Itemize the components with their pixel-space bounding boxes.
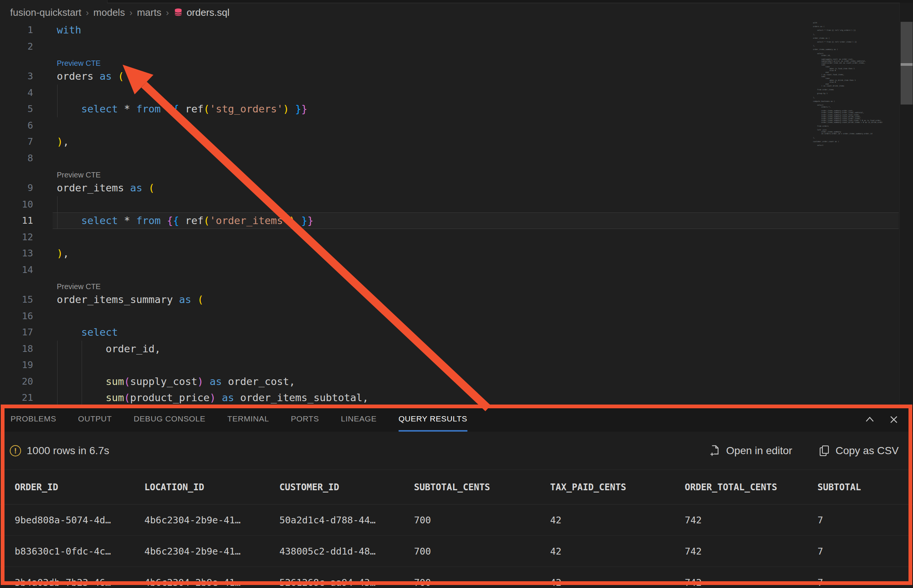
code-text: sum(supply_cost) as order_cost, (57, 376, 295, 387)
column-header-order_total_cents[interactable]: ORDER_TOTAL_CENTS (685, 482, 818, 493)
column-header-location_id[interactable]: LOCATION_ID (144, 482, 280, 493)
code-lines: 1with2Preview CTE3orders as (45select * … (0, 22, 913, 406)
table-cell: 438005c2-dd1d-48… (280, 546, 414, 557)
preview-cte-codelens[interactable]: Preview CTE (57, 282, 101, 291)
line-number: 9 (0, 183, 33, 193)
panel-tab-terminal[interactable]: TERMINAL (227, 407, 269, 431)
table-cell: 42 (550, 515, 685, 526)
table-cell: 700 (414, 577, 550, 588)
table-row[interactable]: 9bed808a-5074-4d…4b6c2304-2b9e-41…50a2d1… (0, 504, 913, 536)
cursor-position-marker (901, 63, 913, 66)
breadcrumb-separator: › (86, 8, 89, 18)
copy-as-csv-button[interactable]: Copy as CSV (819, 445, 899, 457)
table-cell: 4b6c2304-2b9e-41… (144, 546, 280, 557)
code-text: orders as ( (57, 70, 124, 82)
preview-cte-codelens[interactable]: Preview CTE (57, 59, 101, 68)
code-line: 12 (0, 229, 913, 246)
column-header-customer_id[interactable]: CUSTOMER_ID (280, 482, 414, 493)
line-number: 7 (0, 136, 33, 147)
breadcrumb-item[interactable]: marts (137, 7, 161, 18)
panel-controls (864, 407, 900, 431)
column-header-tax_paid_cents[interactable]: TAX_PAID_CENTS (550, 482, 685, 493)
code-line: 19 (0, 357, 913, 373)
line-number: 17 (0, 327, 33, 338)
indent-guide (57, 357, 58, 373)
table-row[interactable]: 3b4a03db-7b23-46…4b6c2304-2b9e-41…526126… (0, 567, 913, 588)
table-cell: 4b6c2304-2b9e-41… (144, 577, 280, 588)
preview-cte-codelens[interactable]: Preview CTE (57, 171, 101, 179)
result-actions: Open in editorCopy as CSV (709, 445, 899, 457)
code-line: 3orders as ( (0, 68, 913, 85)
line-number: 2 (0, 41, 33, 52)
minimap-code: with orders as ( select * from {{ ref('s… (813, 22, 900, 146)
breadcrumb-separator: › (166, 8, 169, 18)
code-line: 11select * from {{ ref('order_items') }} (0, 212, 913, 229)
active-tab-edge (0, 0, 108, 3)
row-count-text: 1000 rows in 6.7s (27, 445, 109, 457)
line-number: 11 (0, 215, 33, 226)
code-text: order_items as ( (57, 182, 155, 194)
code-line: 1with (0, 22, 913, 38)
code-line: 9order_items as ( (0, 180, 913, 196)
panel-tab-debug-console[interactable]: DEBUG CONSOLE (134, 407, 205, 431)
codelens-row: Preview CTE (0, 278, 913, 291)
panel-tab-problems[interactable]: PROBLEMS (11, 407, 57, 431)
code-line: 14 (0, 262, 913, 278)
code-text: select * from {{ ref('stg_orders') }} (57, 103, 308, 115)
line-number: 13 (0, 248, 33, 258)
code-line: 6 (0, 117, 913, 134)
table-cell: 7 (818, 577, 913, 588)
code-text: order_id, (57, 343, 160, 355)
panel-tab-ports[interactable]: PORTS (291, 407, 319, 431)
codelens-row: Preview CTE (0, 166, 913, 180)
panel-tab-output[interactable]: OUTPUT (78, 407, 112, 431)
column-header-subtotal_cents[interactable]: SUBTOTAL_CENTS (414, 482, 550, 493)
warning-circle-icon: ! (10, 445, 21, 456)
breadcrumb-item[interactable]: fusion-quickstart (10, 7, 81, 18)
table-header-row: ORDER_IDLOCATION_IDCUSTOMER_IDSUBTOTAL_C… (0, 470, 913, 504)
line-number: 15 (0, 294, 33, 305)
panel-tab-lineage[interactable]: LINEAGE (341, 407, 377, 431)
code-editor[interactable]: 1with2Preview CTE3orders as (45select * … (0, 22, 913, 405)
line-number: 1 (0, 24, 33, 36)
table-cell: 700 (414, 515, 550, 526)
maximize-panel-button[interactable] (864, 414, 876, 425)
breadcrumb-separator: › (129, 8, 133, 18)
breadcrumb-item[interactable]: models (93, 7, 125, 18)
line-number: 21 (0, 392, 33, 403)
copy-icon (819, 445, 830, 457)
line-number: 20 (0, 376, 33, 387)
code-line: 15order_items_summary as ( (0, 291, 913, 308)
table-row[interactable]: b83630c1-0fdc-4c…4b6c2304-2b9e-41…438005… (0, 536, 913, 567)
breadcrumb: fusion-quickstart›models›marts› orders.s… (0, 3, 229, 21)
table-cell: 50a2d1c4-d788-44… (280, 515, 414, 526)
column-header-order_id[interactable]: ORDER_ID (15, 482, 144, 493)
line-number: 8 (0, 153, 33, 163)
code-line: 21sum(product_price) as order_items_subt… (0, 389, 913, 406)
panel-tab-query-results[interactable]: QUERY RESULTS (399, 407, 467, 431)
line-number: 3 (0, 71, 33, 82)
code-line: 7), (0, 134, 913, 150)
code-text: select * from {{ ref('order_items') }} (57, 215, 313, 226)
table-cell: 700 (414, 546, 550, 557)
line-number: 4 (0, 87, 33, 98)
file-plus-icon (709, 445, 721, 457)
table-cell: 742 (685, 577, 818, 588)
code-line: 17select (0, 324, 913, 341)
close-panel-button[interactable] (888, 414, 900, 425)
query-status-bar: ! 1000 rows in 6.7s Open in editorCopy a… (0, 431, 913, 470)
database-model-icon (173, 8, 183, 17)
tab-bar-edge (0, 0, 913, 3)
table-cell: 5261268c-aa94-43… (280, 577, 414, 588)
breadcrumb-file[interactable]: orders.sql (186, 7, 229, 18)
code-text: ), (57, 136, 69, 147)
codelens-row: Preview CTE (0, 55, 913, 68)
code-line: 13), (0, 245, 913, 262)
open-in-editor-button[interactable]: Open in editor (709, 445, 792, 457)
column-header-subtotal[interactable]: SUBTOTAL (818, 482, 913, 493)
code-text: select (57, 326, 118, 338)
editor-scrollbar[interactable] (900, 3, 913, 404)
table-cell: 742 (685, 546, 818, 557)
minimap[interactable]: with orders as ( select * from {{ ref('s… (813, 22, 900, 146)
table-cell: 9bed808a-5074-4d… (15, 515, 144, 526)
